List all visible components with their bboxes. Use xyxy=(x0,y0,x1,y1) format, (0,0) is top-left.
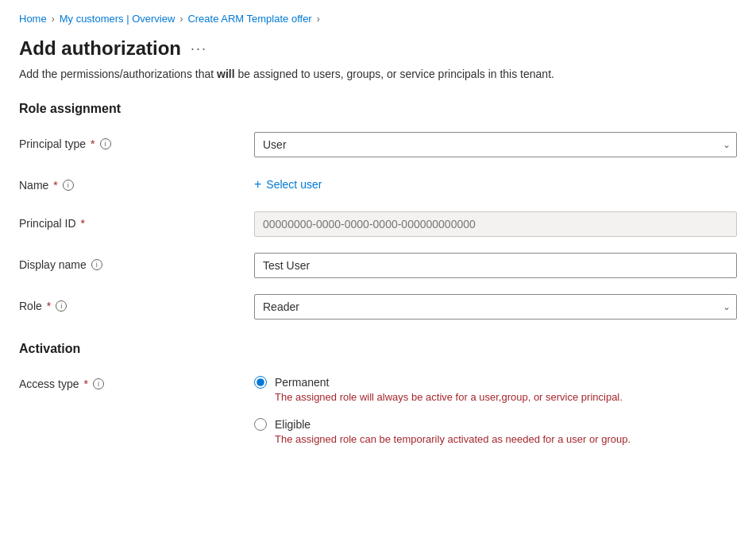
access-type-row: Access type * i Permanent The assigned r… xyxy=(19,372,737,447)
role-assignment-title: Role assignment xyxy=(19,102,737,116)
principal-type-label: Principal type * i xyxy=(19,138,241,150)
name-label-col: Name * i xyxy=(19,173,241,192)
access-type-control: Permanent The assigned role will always … xyxy=(254,372,737,447)
permanent-option: Permanent The assigned role will always … xyxy=(254,375,737,405)
breadcrumb-create-offer[interactable]: Create ARM Template offer xyxy=(187,13,311,25)
eligible-radio[interactable] xyxy=(254,418,267,431)
role-control: Reader Contributor Owner ⌄ xyxy=(254,294,737,320)
eligible-label: Eligible xyxy=(275,418,310,431)
permanent-label-row: Permanent xyxy=(254,375,737,389)
principal-type-select[interactable]: User Group Service Principal xyxy=(254,132,737,157)
principal-type-label-text: Principal type xyxy=(19,138,86,150)
role-label: Role * i xyxy=(19,300,241,312)
principal-id-label-col: Principal ID * xyxy=(19,211,241,230)
page-title-row: Add authorization ··· xyxy=(19,37,737,60)
role-info-icon[interactable]: i xyxy=(56,300,67,312)
principal-type-label-col: Principal type * i xyxy=(19,132,241,150)
role-required: * xyxy=(47,300,51,312)
breadcrumb: Home › My customers | Overview › Create … xyxy=(19,13,737,25)
display-name-info-icon[interactable]: i xyxy=(91,259,102,270)
access-type-label-text: Access type xyxy=(19,378,79,390)
more-options-button[interactable]: ··· xyxy=(191,41,207,57)
access-type-label: Access type * i xyxy=(19,378,241,390)
access-type-required: * xyxy=(83,378,87,390)
plus-icon: + xyxy=(254,178,261,191)
principal-id-required: * xyxy=(81,217,85,230)
description-post: be assigned to users, groups, or service… xyxy=(235,68,554,80)
principal-type-required: * xyxy=(91,138,94,150)
breadcrumb-sep-3: › xyxy=(317,14,320,25)
role-row: Role * i Reader Contributor Owner ⌄ xyxy=(19,294,737,320)
name-control: + Select user xyxy=(254,173,737,196)
select-user-button[interactable]: + Select user xyxy=(254,173,322,196)
description-pre: Add the permissions/authorizations that xyxy=(19,68,217,80)
principal-type-row: Principal type * i User Group Service Pr… xyxy=(19,132,737,157)
display-name-control xyxy=(254,253,737,278)
breadcrumb-my-customers[interactable]: My customers | Overview xyxy=(60,13,176,25)
name-required: * xyxy=(53,179,57,192)
access-type-info-icon[interactable]: i xyxy=(93,378,104,389)
role-select-wrapper: Reader Contributor Owner ⌄ xyxy=(254,294,737,320)
principal-type-info-icon[interactable]: i xyxy=(100,138,111,149)
display-name-label-col: Display name i xyxy=(19,253,241,271)
principal-id-row: Principal ID * xyxy=(19,211,737,237)
page-title: Add authorization xyxy=(19,37,181,60)
permanent-radio[interactable] xyxy=(254,376,267,389)
principal-id-label: Principal ID * xyxy=(19,217,241,230)
principal-id-control xyxy=(254,211,737,237)
access-type-label-col: Access type * i xyxy=(19,372,241,390)
display-name-row: Display name i xyxy=(19,253,737,278)
breadcrumb-sep-2: › xyxy=(179,14,183,25)
name-info-icon[interactable]: i xyxy=(63,180,74,191)
permanent-label: Permanent xyxy=(275,376,329,389)
role-label-col: Role * i xyxy=(19,294,241,312)
breadcrumb-sep-1: › xyxy=(52,14,55,25)
name-row: Name * i + Select user xyxy=(19,173,737,196)
description-will: will xyxy=(217,68,235,80)
principal-type-select-wrapper: User Group Service Principal ⌄ xyxy=(254,132,737,157)
principal-id-label-text: Principal ID xyxy=(19,217,76,230)
display-name-label: Display name i xyxy=(19,258,241,271)
access-type-radio-group: Permanent The assigned role will always … xyxy=(254,372,737,447)
activation-section: Activation Access type * i Permanent The… xyxy=(19,342,737,447)
page-description: Add the permissions/authorizations that … xyxy=(19,66,737,83)
eligible-description: The assigned role can be temporarily act… xyxy=(254,432,737,447)
name-label: Name * i xyxy=(19,179,241,192)
principal-type-control: User Group Service Principal ⌄ xyxy=(254,132,737,157)
select-user-label: Select user xyxy=(266,178,322,191)
role-label-text: Role xyxy=(19,300,42,312)
role-select[interactable]: Reader Contributor Owner xyxy=(254,294,737,320)
activation-title: Activation xyxy=(19,342,737,356)
permanent-description: The assigned role will always be active … xyxy=(254,390,737,405)
name-label-text: Name xyxy=(19,179,48,192)
principal-id-input[interactable] xyxy=(254,211,737,237)
eligible-option: Eligible The assigned role can be tempor… xyxy=(254,417,737,447)
display-name-input[interactable] xyxy=(254,253,737,278)
role-assignment-section: Role assignment Principal type * i User … xyxy=(19,102,737,320)
breadcrumb-home[interactable]: Home xyxy=(19,13,47,25)
display-name-label-text: Display name xyxy=(19,258,87,271)
eligible-label-row: Eligible xyxy=(254,417,737,431)
